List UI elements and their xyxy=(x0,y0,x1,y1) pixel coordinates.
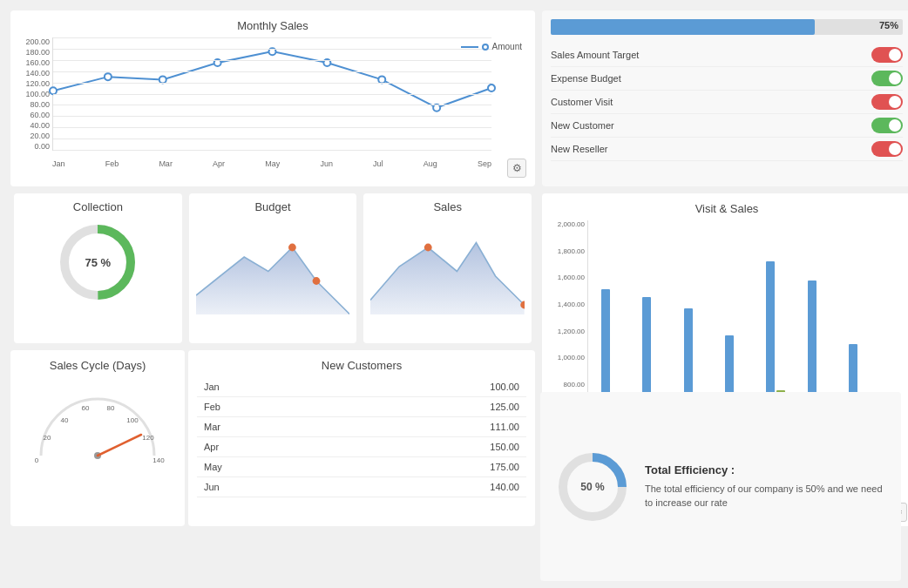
sales-cycle-card: Sales Cycle (Days) 0 20 40 60 80 xyxy=(10,350,185,526)
collection-card: Collection 75 % xyxy=(14,193,182,343)
table-row: Feb125.00 xyxy=(197,397,526,417)
svg-text:20: 20 xyxy=(44,434,51,442)
y-label: 80.00 xyxy=(30,100,50,109)
y-label: 100.00 xyxy=(25,90,50,98)
efficiency-title: Total Efficiency : xyxy=(645,463,888,476)
toggle-rows: Sales Amount TargetExpense BudgetCustome… xyxy=(551,44,903,161)
y-label: 40.00 xyxy=(30,121,50,130)
legend-line xyxy=(461,46,478,48)
monthly-sales-card: Monthly Sales 200.00180.00160.00140.0012… xyxy=(10,10,535,186)
monthly-sales-title: Monthly Sales xyxy=(19,19,526,32)
toggle-switch[interactable] xyxy=(871,94,903,110)
bar-y-label: 1,200.00 xyxy=(558,328,585,335)
sales-small-card: Sales xyxy=(363,193,532,343)
value-cell: 111.00 xyxy=(337,417,526,437)
svg-point-1 xyxy=(105,73,112,80)
table-row: Jun140.00 xyxy=(197,477,526,497)
efficiency-text: Total Efficiency : The total efficiency … xyxy=(645,463,888,510)
month-cell: May xyxy=(197,457,337,477)
customers-table-wrapper[interactable]: Jan100.00Feb125.00Mar111.00Apr150.00May1… xyxy=(197,377,526,497)
table-row: May175.00 xyxy=(197,457,526,477)
y-label: 200.00 xyxy=(25,37,50,46)
progress-bar-label: 75% xyxy=(879,20,898,30)
monthly-sales-gear[interactable]: ⚙ xyxy=(507,159,526,178)
budget-card: Budget xyxy=(189,193,357,343)
x-label: Jun xyxy=(320,159,333,168)
budget-title: Budget xyxy=(254,200,290,213)
toggle-switch[interactable] xyxy=(871,141,903,157)
svg-point-6 xyxy=(378,76,385,83)
toggle-label: New Customer xyxy=(551,120,614,131)
toggle-label: Expense Budget xyxy=(551,73,621,84)
month-cell: Jan xyxy=(197,377,337,397)
x-label: Aug xyxy=(424,159,437,168)
toggle-switch[interactable] xyxy=(871,47,903,63)
x-label: Jul xyxy=(373,159,383,168)
efficiency-percent-label: 50 % xyxy=(580,481,604,493)
y-label: 0.00 xyxy=(34,142,50,151)
budget-chart xyxy=(196,219,350,314)
toggle-switch[interactable] xyxy=(871,118,903,133)
y-label: 120.00 xyxy=(25,79,50,88)
new-customers-card: New Customers Jan100.00Feb125.00Mar111.0… xyxy=(188,350,535,526)
svg-point-4 xyxy=(269,48,276,55)
svg-text:0: 0 xyxy=(35,456,39,464)
x-label: Mar xyxy=(159,159,173,168)
bar-y-label: 800.00 xyxy=(564,381,585,389)
value-cell: 140.00 xyxy=(337,477,526,497)
value-cell: 175.00 xyxy=(337,457,526,477)
svg-point-7 xyxy=(433,105,440,112)
svg-point-8 xyxy=(488,84,495,91)
x-label: Feb xyxy=(105,159,119,168)
svg-text:40: 40 xyxy=(61,416,69,424)
svg-text:80: 80 xyxy=(107,404,115,412)
svg-point-5 xyxy=(323,59,330,66)
toggle-label: New Reseller xyxy=(551,144,607,154)
month-cell: Mar xyxy=(197,417,337,437)
efficiency-card: 50 % Total Efficiency : The total effici… xyxy=(540,392,901,581)
table-row: Jan100.00 xyxy=(197,377,526,397)
visit-sales-title: Visit & Sales xyxy=(551,202,903,215)
y-label: 20.00 xyxy=(30,132,50,140)
efficiency-description: The total efficiency of our company is 5… xyxy=(645,482,888,510)
svg-point-12 xyxy=(288,244,296,252)
progress-bar: 75% xyxy=(551,19,903,35)
right-panel-top: 75% Sales Amount TargetExpense BudgetCus… xyxy=(542,10,908,186)
toggle-label: Sales Amount Target xyxy=(551,50,639,60)
line-chart xyxy=(52,37,491,151)
bar-y-label: 1,000.00 xyxy=(558,354,585,362)
toggle-switch[interactable] xyxy=(871,71,903,86)
y-label: 180.00 xyxy=(25,48,50,57)
table-row: Apr150.00 xyxy=(197,437,526,457)
sales-chart xyxy=(370,219,525,314)
svg-marker-11 xyxy=(196,247,350,314)
svg-text:140: 140 xyxy=(152,456,165,464)
legend-label: Amount xyxy=(492,42,522,51)
month-cell: Apr xyxy=(197,437,337,457)
legend-dot xyxy=(482,44,489,51)
efficiency-donut: 50 % xyxy=(553,448,632,526)
toggle-label: Customer Visit xyxy=(551,97,613,107)
month-cell: Feb xyxy=(197,397,337,417)
y-label: 160.00 xyxy=(25,58,50,67)
toggle-row: New Reseller xyxy=(551,138,903,161)
month-cell: Jun xyxy=(197,477,337,497)
svg-text:120: 120 xyxy=(142,434,154,442)
svg-text:100: 100 xyxy=(126,416,139,424)
bar-y-label: 1,600.00 xyxy=(558,274,585,281)
bar-y-label: 1,800.00 xyxy=(558,247,585,255)
efficiency-section: 50 % Total Efficiency : The total effici… xyxy=(540,392,901,581)
toggle-row: Expense Budget xyxy=(551,67,903,91)
toggle-row: New Customer xyxy=(551,114,903,138)
sales-cycle-title: Sales Cycle (Days) xyxy=(50,359,146,372)
toggle-row: Sales Amount Target xyxy=(551,44,903,67)
svg-point-2 xyxy=(159,76,166,83)
x-label: May xyxy=(265,159,280,168)
y-axis-labels: 200.00180.00160.00140.00120.00100.0080.0… xyxy=(19,37,52,151)
toggle-row: Customer Visit xyxy=(551,91,903,114)
bar-y-label: 2,000.00 xyxy=(558,220,585,228)
sales-small-title: Sales xyxy=(433,200,462,213)
value-cell: 100.00 xyxy=(337,377,526,397)
bottom-left-row: Sales Cycle (Days) 0 20 40 60 80 xyxy=(10,350,535,526)
svg-text:60: 60 xyxy=(82,404,90,412)
